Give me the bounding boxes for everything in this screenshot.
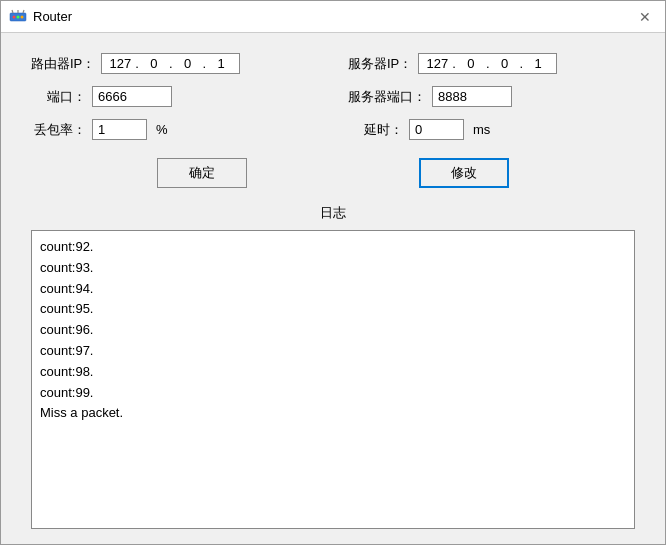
log-line: count:97. xyxy=(40,341,626,362)
log-line: count:93. xyxy=(40,258,626,279)
port-row: 端口： xyxy=(31,86,318,107)
svg-line-4 xyxy=(12,10,13,13)
svg-line-6 xyxy=(23,10,24,13)
log-line: count:98. xyxy=(40,362,626,383)
window-title: Router xyxy=(33,9,72,24)
loss-suffix: % xyxy=(156,122,168,137)
server-port-label: 服务器端口： xyxy=(348,88,426,106)
svg-point-1 xyxy=(13,15,16,18)
server-port-input[interactable] xyxy=(432,86,512,107)
log-line: Miss a packet. xyxy=(40,403,626,424)
log-line: count:96. xyxy=(40,320,626,341)
server-ip-group: . . . xyxy=(418,53,557,74)
router-ip-d[interactable] xyxy=(207,56,235,71)
server-ip-d[interactable] xyxy=(524,56,552,71)
titlebar: Router ✕ xyxy=(1,1,665,33)
router-ip-a[interactable] xyxy=(106,56,134,71)
svg-point-2 xyxy=(17,15,20,18)
confirm-button[interactable]: 确定 xyxy=(157,158,247,188)
router-ip-row: 路由器IP： . . . xyxy=(31,53,318,74)
log-line: count:95. xyxy=(40,299,626,320)
port-input[interactable] xyxy=(92,86,172,107)
port-label: 端口： xyxy=(31,88,86,106)
server-ip-row: 服务器IP： . . . xyxy=(348,53,635,74)
delay-label: 延时： xyxy=(348,121,403,139)
titlebar-left: Router xyxy=(9,8,72,26)
router-ip-b[interactable] xyxy=(140,56,168,71)
buttons-area: 确定 修改 xyxy=(31,158,635,188)
log-section: 日志 count:92.count:93.count:94.count:95.c… xyxy=(31,204,635,529)
delay-row: 延时： ms xyxy=(348,119,635,140)
router-icon xyxy=(9,8,27,26)
router-ip-group: . . . xyxy=(101,53,240,74)
svg-point-3 xyxy=(21,15,24,18)
log-title: 日志 xyxy=(31,204,635,222)
loss-rate-row: 丢包率： % xyxy=(31,119,318,140)
log-line: count:92. xyxy=(40,237,626,258)
loss-rate-input[interactable] xyxy=(92,119,147,140)
server-ip-label: 服务器IP： xyxy=(348,55,412,73)
delay-input[interactable] xyxy=(409,119,464,140)
loss-rate-label: 丢包率： xyxy=(31,121,86,139)
content-area: 路由器IP： . . . 服务器IP： . . xyxy=(1,33,665,544)
form-area: 路由器IP： . . . 服务器IP： . . xyxy=(31,53,635,140)
modify-button[interactable]: 修改 xyxy=(419,158,509,188)
server-ip-b[interactable] xyxy=(457,56,485,71)
log-box[interactable]: count:92.count:93.count:94.count:95.coun… xyxy=(31,230,635,529)
router-ip-c[interactable] xyxy=(174,56,202,71)
close-button[interactable]: ✕ xyxy=(633,5,657,29)
server-ip-c[interactable] xyxy=(491,56,519,71)
main-window: Router ✕ 路由器IP： . . . 服务器 xyxy=(0,0,666,545)
server-ip-a[interactable] xyxy=(423,56,451,71)
log-line: count:99. xyxy=(40,383,626,404)
log-line: count:94. xyxy=(40,279,626,300)
server-port-row: 服务器端口： xyxy=(348,86,635,107)
router-ip-label: 路由器IP： xyxy=(31,55,95,73)
delay-suffix: ms xyxy=(473,122,490,137)
